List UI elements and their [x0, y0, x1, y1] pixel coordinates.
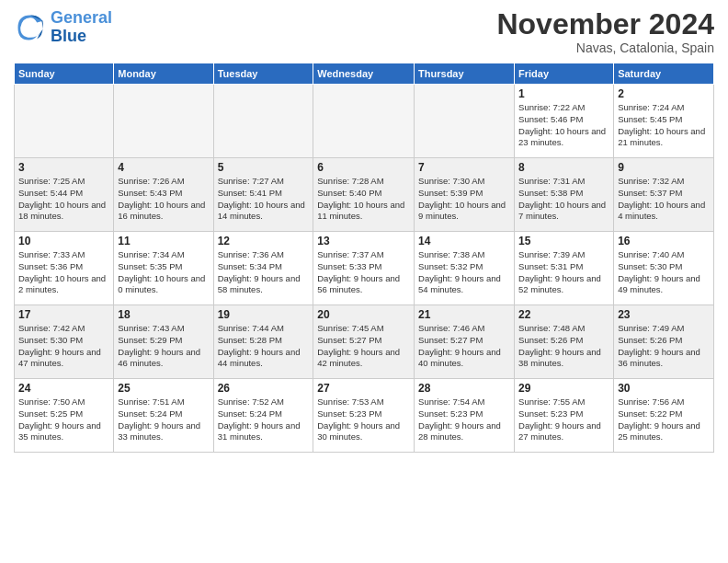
calendar-day-cell: 17Sunrise: 7:42 AMSunset: 5:30 PMDayligh… — [15, 305, 114, 379]
day-number: 8 — [518, 161, 609, 174]
day-number: 22 — [518, 308, 609, 321]
calendar-day-cell: 4Sunrise: 7:26 AMSunset: 5:43 PMDaylight… — [114, 158, 213, 232]
day-info: Sunrise: 7:30 AMSunset: 5:39 PMDaylight:… — [418, 176, 510, 223]
day-number: 14 — [418, 235, 510, 247]
month-title: November 2024 — [496, 9, 714, 39]
calendar-week-row: 24Sunrise: 7:50 AMSunset: 5:25 PMDayligh… — [15, 379, 714, 453]
day-info: Sunrise: 7:27 AMSunset: 5:41 PMDaylight:… — [218, 176, 310, 223]
day-info: Sunrise: 7:36 AMSunset: 5:34 PMDaylight:… — [218, 249, 310, 296]
day-info: Sunrise: 7:56 AMSunset: 5:22 PMDaylight:… — [618, 396, 710, 443]
calendar-header-row: Sunday Monday Tuesday Wednesday Thursday… — [15, 63, 714, 85]
day-info: Sunrise: 7:26 AMSunset: 5:43 PMDaylight:… — [118, 176, 209, 223]
calendar-day-cell: 15Sunrise: 7:39 AMSunset: 5:31 PMDayligh… — [515, 232, 614, 305]
day-number: 20 — [317, 308, 410, 321]
calendar-day-cell — [15, 85, 114, 158]
day-info: Sunrise: 7:49 AMSunset: 5:26 PMDaylight:… — [618, 323, 710, 370]
calendar-week-row: 3Sunrise: 7:25 AMSunset: 5:44 PMDaylight… — [15, 158, 714, 232]
logo-icon — [14, 11, 47, 44]
day-info: Sunrise: 7:52 AMSunset: 5:24 PMDaylight:… — [218, 396, 310, 443]
day-number: 21 — [418, 308, 510, 321]
col-thursday: Thursday — [415, 63, 515, 85]
day-number: 27 — [317, 382, 410, 395]
col-wednesday: Wednesday — [313, 63, 415, 85]
day-info: Sunrise: 7:39 AMSunset: 5:31 PMDaylight:… — [518, 249, 609, 296]
calendar-day-cell — [213, 85, 313, 158]
calendar-week-row: 17Sunrise: 7:42 AMSunset: 5:30 PMDayligh… — [15, 305, 714, 379]
day-number: 1 — [518, 87, 609, 100]
calendar-day-cell: 16Sunrise: 7:40 AMSunset: 5:30 PMDayligh… — [614, 232, 714, 305]
day-number: 4 — [118, 161, 209, 174]
day-info: Sunrise: 7:43 AMSunset: 5:29 PMDaylight:… — [118, 323, 209, 370]
day-number: 6 — [317, 161, 410, 174]
calendar-day-cell: 25Sunrise: 7:51 AMSunset: 5:24 PMDayligh… — [114, 379, 213, 453]
col-monday: Monday — [114, 63, 213, 85]
col-tuesday: Tuesday — [213, 63, 313, 85]
day-info: Sunrise: 7:53 AMSunset: 5:23 PMDaylight:… — [317, 396, 410, 443]
calendar-day-cell: 20Sunrise: 7:45 AMSunset: 5:27 PMDayligh… — [313, 305, 415, 379]
day-number: 9 — [618, 161, 710, 174]
calendar-day-cell: 19Sunrise: 7:44 AMSunset: 5:28 PMDayligh… — [213, 305, 313, 379]
logo: General Blue — [14, 9, 112, 46]
day-number: 3 — [18, 161, 109, 174]
day-info: Sunrise: 7:24 AMSunset: 5:45 PMDaylight:… — [618, 102, 710, 149]
day-info: Sunrise: 7:54 AMSunset: 5:23 PMDaylight:… — [418, 396, 510, 443]
day-number: 13 — [317, 235, 410, 247]
calendar-day-cell: 23Sunrise: 7:49 AMSunset: 5:26 PMDayligh… — [614, 305, 714, 379]
calendar-day-cell: 11Sunrise: 7:34 AMSunset: 5:35 PMDayligh… — [114, 232, 213, 305]
day-number: 23 — [618, 308, 710, 321]
day-info: Sunrise: 7:37 AMSunset: 5:33 PMDaylight:… — [317, 249, 410, 296]
calendar-day-cell: 24Sunrise: 7:50 AMSunset: 5:25 PMDayligh… — [15, 379, 114, 453]
calendar-day-cell: 7Sunrise: 7:30 AMSunset: 5:39 PMDaylight… — [415, 158, 515, 232]
header: General Blue November 2024 Navas, Catalo… — [14, 9, 714, 55]
day-info: Sunrise: 7:22 AMSunset: 5:46 PMDaylight:… — [518, 102, 609, 149]
calendar-day-cell: 29Sunrise: 7:55 AMSunset: 5:23 PMDayligh… — [515, 379, 614, 453]
day-number: 29 — [518, 382, 609, 395]
calendar-day-cell: 1Sunrise: 7:22 AMSunset: 5:46 PMDaylight… — [515, 85, 614, 158]
day-number: 26 — [218, 382, 310, 395]
day-info: Sunrise: 7:46 AMSunset: 5:27 PMDaylight:… — [418, 323, 510, 370]
calendar-day-cell: 27Sunrise: 7:53 AMSunset: 5:23 PMDayligh… — [313, 379, 415, 453]
calendar-day-cell: 22Sunrise: 7:48 AMSunset: 5:26 PMDayligh… — [515, 305, 614, 379]
day-number: 10 — [18, 235, 109, 247]
calendar-day-cell: 21Sunrise: 7:46 AMSunset: 5:27 PMDayligh… — [415, 305, 515, 379]
day-info: Sunrise: 7:25 AMSunset: 5:44 PMDaylight:… — [18, 176, 109, 223]
day-number: 30 — [618, 382, 710, 395]
calendar-day-cell — [415, 85, 515, 158]
calendar-day-cell: 10Sunrise: 7:33 AMSunset: 5:36 PMDayligh… — [15, 232, 114, 305]
day-info: Sunrise: 7:38 AMSunset: 5:32 PMDaylight:… — [418, 249, 510, 296]
day-number: 15 — [518, 235, 609, 247]
calendar-day-cell — [114, 85, 213, 158]
day-number: 12 — [218, 235, 310, 247]
calendar-week-row: 10Sunrise: 7:33 AMSunset: 5:36 PMDayligh… — [15, 232, 714, 305]
calendar-day-cell: 18Sunrise: 7:43 AMSunset: 5:29 PMDayligh… — [114, 305, 213, 379]
day-number: 17 — [18, 308, 109, 321]
location-subtitle: Navas, Catalonia, Spain — [496, 40, 714, 55]
logo-text: General Blue — [51, 9, 112, 46]
day-info: Sunrise: 7:51 AMSunset: 5:24 PMDaylight:… — [118, 396, 209, 443]
calendar-day-cell: 6Sunrise: 7:28 AMSunset: 5:40 PMDaylight… — [313, 158, 415, 232]
day-number: 28 — [418, 382, 510, 395]
day-info: Sunrise: 7:44 AMSunset: 5:28 PMDaylight:… — [218, 323, 310, 370]
day-info: Sunrise: 7:34 AMSunset: 5:35 PMDaylight:… — [118, 249, 209, 296]
calendar-table: Sunday Monday Tuesday Wednesday Thursday… — [14, 63, 714, 453]
day-number: 19 — [218, 308, 310, 321]
day-number: 7 — [418, 161, 510, 174]
day-info: Sunrise: 7:48 AMSunset: 5:26 PMDaylight:… — [518, 323, 609, 370]
calendar-day-cell: 3Sunrise: 7:25 AMSunset: 5:44 PMDaylight… — [15, 158, 114, 232]
calendar-day-cell — [313, 85, 415, 158]
day-number: 2 — [618, 87, 710, 100]
day-number: 24 — [18, 382, 109, 395]
calendar-day-cell: 30Sunrise: 7:56 AMSunset: 5:22 PMDayligh… — [614, 379, 714, 453]
col-sunday: Sunday — [15, 63, 114, 85]
col-saturday: Saturday — [614, 63, 714, 85]
calendar-day-cell: 12Sunrise: 7:36 AMSunset: 5:34 PMDayligh… — [213, 232, 313, 305]
calendar-day-cell: 5Sunrise: 7:27 AMSunset: 5:41 PMDaylight… — [213, 158, 313, 232]
calendar-week-row: 1Sunrise: 7:22 AMSunset: 5:46 PMDaylight… — [15, 85, 714, 158]
day-info: Sunrise: 7:42 AMSunset: 5:30 PMDaylight:… — [18, 323, 109, 370]
day-info: Sunrise: 7:31 AMSunset: 5:38 PMDaylight:… — [518, 176, 609, 223]
day-number: 25 — [118, 382, 209, 395]
day-number: 18 — [118, 308, 209, 321]
col-friday: Friday — [515, 63, 614, 85]
day-info: Sunrise: 7:28 AMSunset: 5:40 PMDaylight:… — [317, 176, 410, 223]
day-info: Sunrise: 7:50 AMSunset: 5:25 PMDaylight:… — [18, 396, 109, 443]
